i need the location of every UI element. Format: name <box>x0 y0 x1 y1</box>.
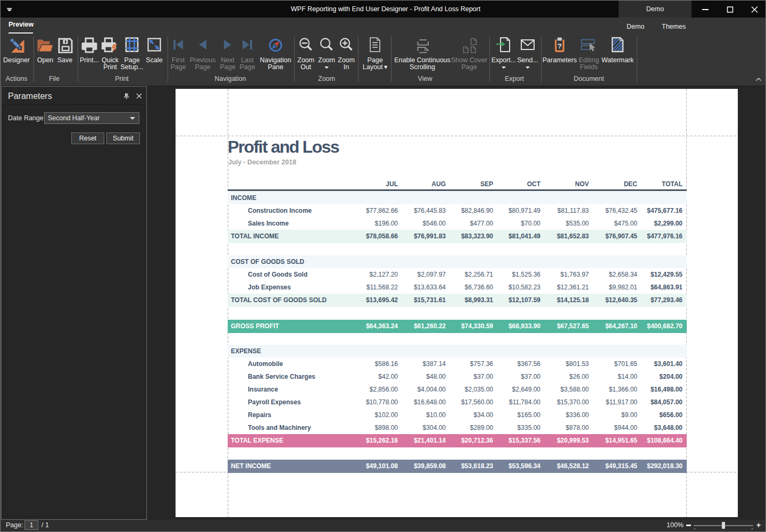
svg-text:?: ? <box>557 42 562 50</box>
